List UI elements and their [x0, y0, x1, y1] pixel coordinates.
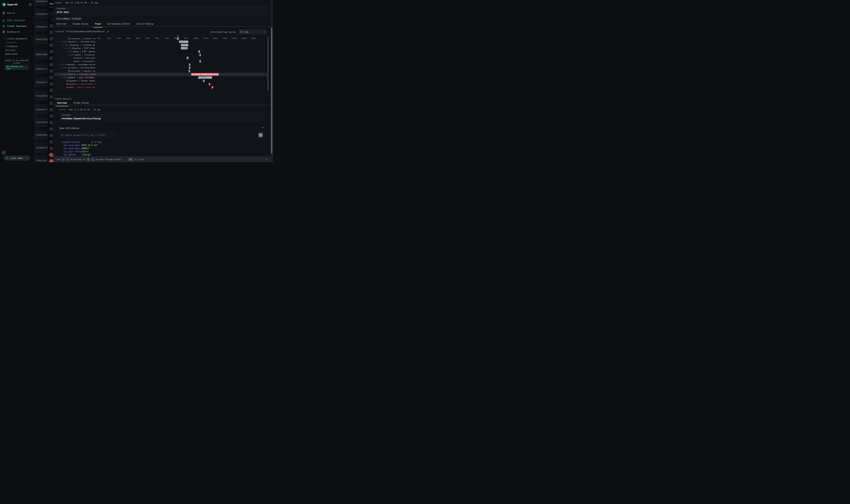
- trace-span-bar[interactable]: POST ht: [181, 47, 188, 50]
- tab-session-replay[interactable]: Session Replay: [137, 23, 153, 26]
- location-pin-icon[interactable]: [49, 101, 54, 106]
- session-card[interactable]: Anonymous: [34, 9, 48, 19]
- attribute-key[interactable]: rpc.grpc.status_code: [64, 150, 82, 153]
- trace-span-bar[interactable]: (: [203, 79, 204, 82]
- session-card[interactable]: Pearl43@ho: [34, 130, 48, 140]
- trace-row[interactable]: (1)quote | POST /getquote(: [54, 50, 267, 53]
- session-card[interactable]: Dolly.Lubo: [34, 155, 48, 162]
- trace-row[interactable]: currency | Convert convers…(: [54, 37, 267, 40]
- attribute-row[interactable]: net.sock.peer.addr"172.28.0.10": [60, 144, 264, 147]
- trace-row[interactable]: quote | calculate-quote(: [54, 60, 267, 63]
- location-pin-icon[interactable]: [49, 30, 54, 35]
- trace-row[interactable]: (3)payment | grpc.oteldemo.Paymen…grpc.o…: [54, 76, 267, 79]
- location-pin-icon[interactable]: [49, 62, 54, 67]
- session-card[interactable]: Kieran92@h: [34, 91, 48, 101]
- chevron-down-icon[interactable]: [63, 44, 64, 46]
- trace-row[interactable]: (2)quote | {closure}(: [54, 53, 267, 56]
- sidebar-item-search[interactable]: Search: [0, 10, 34, 16]
- location-pin-icon[interactable]: [49, 43, 54, 48]
- chevron-down-icon[interactable]: [67, 51, 68, 52]
- sidebar-item-clickhouse[interactable]: Clickhouse: [4, 44, 34, 48]
- chevron-down-icon[interactable]: [59, 64, 61, 65]
- waterfall-scrollbar-thumb[interactable]: [268, 37, 268, 91]
- trace-span-bar[interactable]: grpc.oteldemo.: [198, 76, 212, 79]
- trace-row[interactable]: currency | Convert convers…(: [54, 69, 267, 73]
- trace-row[interactable]: (1)checkout | oteldemo.CurrencySe…(: [54, 63, 267, 66]
- edit-icon[interactable]: [107, 31, 109, 33]
- trace-span-bar[interactable]: (: [188, 70, 190, 72]
- trace-span-bar[interactable]: E: [212, 86, 213, 89]
- trace-row[interactable]: payment | Charge request rec…(: [54, 79, 267, 83]
- attributes-root-row[interactable]: ▾ SpanAttributes {} 6 keys: [60, 141, 264, 144]
- attribute-row[interactable]: rpc.grpc.status_code"2": [60, 150, 264, 153]
- attribute-value[interactable]: "2": [82, 150, 85, 153]
- sidebar-item-kubernetes[interactable]: Kubernetes: [4, 52, 34, 56]
- trace-span-bar[interactable]: oteldemo.: [179, 40, 188, 43]
- tab-surrounding-context[interactable]: Surrounding Context: [107, 23, 130, 26]
- trace-span-bar[interactable]: (: [177, 37, 179, 40]
- location-pin-icon[interactable]: [49, 49, 54, 54]
- trace-span-bar[interactable]: (: [199, 54, 201, 56]
- sidebar-item-services[interactable]: Services: [4, 48, 34, 52]
- trace-row[interactable]: (1)checkout | oteldemo.PaymentServi…otel…: [54, 73, 267, 76]
- trace-span-bar[interactable]: (: [186, 57, 188, 59]
- session-card[interactable]: Roderick_S: [34, 64, 48, 74]
- trace-span-bar[interactable]: V: [209, 83, 211, 86]
- trace-row[interactable]: payment | Visa cache full: c…V: [54, 83, 267, 86]
- trace-span-bar[interactable]: oteldemo.PaymentService/Char: [191, 73, 219, 76]
- chevron-up-icon[interactable]: ˆ: [30, 31, 31, 33]
- trace-row[interactable]: (1)shipping | oteldemo.Shipping…oteldemo: [54, 43, 267, 47]
- location-pin-icon[interactable]: [49, 127, 54, 131]
- location-pin-icon[interactable]: [49, 88, 54, 93]
- get-started-button[interactable]: Get Started for Free: [6, 66, 28, 70]
- close-icon[interactable]: ✕: [266, 158, 267, 161]
- attribute-value[interactable]: "50051": [82, 147, 90, 150]
- attribute-key[interactable]: net.sock.peer.addr: [64, 144, 82, 146]
- attribute-value[interactable]: "172.28.0.10": [82, 144, 98, 146]
- location-pin-icon[interactable]: [49, 140, 54, 144]
- attribute-key[interactable]: rpc.method: [64, 154, 82, 156]
- chevron-down-icon[interactable]: [68, 54, 70, 55]
- page-scrollbar-thumb[interactable]: [271, 28, 272, 154]
- attributes-search-input[interactable]: [65, 134, 114, 137]
- tab-trace[interactable]: Trace: [95, 23, 101, 26]
- trace-row[interactable]: (1)shipping | POST http://quo…POST ht: [54, 47, 267, 50]
- tab-overview[interactable]: Overview: [56, 23, 66, 26]
- trace-row[interactable]: (1)currency | Currency/Convert(: [54, 66, 267, 69]
- location-pin-icon[interactable]: [49, 36, 54, 41]
- session-card[interactable]: Shaniya.Sc: [34, 77, 48, 87]
- location-pin-icon[interactable]: [49, 133, 54, 138]
- sidebar-item-dashboards[interactable]: Dashboards ˆ: [0, 29, 34, 35]
- location-pin-icon[interactable]: [49, 56, 54, 60]
- session-card[interactable]: Howard.Ru: [34, 104, 48, 114]
- local-mode-menu[interactable]: U Local mode ›: [4, 156, 30, 161]
- attribute-row[interactable]: net.sock.peer.port"50051": [60, 147, 264, 150]
- attribute-key[interactable]: net.sock.peer.port: [64, 147, 82, 150]
- attribute-value[interactable]: "Charge": [82, 154, 92, 156]
- session-card[interactable]: Walton9@ho: [34, 49, 48, 59]
- sidebar-item-chart-explorer[interactable]: Chart Explorer: [0, 17, 34, 23]
- session-card[interactable]: Anonymous: [34, 0, 48, 6]
- session-card[interactable]: Deion37@gm: [34, 34, 48, 44]
- service-name-chip[interactable]: ServiceName: frontend: [55, 17, 83, 21]
- location-pin-icon[interactable]: [49, 82, 54, 86]
- trace-span-bar[interactable]: (: [199, 60, 201, 62]
- location-pin-icon[interactable]: [49, 75, 54, 80]
- correlated-log-source-select[interactable]: Logs: [239, 30, 267, 34]
- sidebar-item-client-sessions[interactable]: Client Sessions: [0, 23, 34, 29]
- location-pin-icon[interactable]: [49, 23, 54, 28]
- collapse-section-icon[interactable]: [261, 127, 264, 128]
- location-pin-icon[interactable]: [49, 69, 54, 73]
- location-pin-icon[interactable]: [49, 107, 54, 112]
- trace-row[interactable]: payment | Error: Visa cache ful…E: [54, 86, 267, 89]
- chevron-down-icon[interactable]: [61, 67, 62, 68]
- sidebar-collapse-icon[interactable]: [29, 3, 32, 6]
- location-pin-icon[interactable]: [49, 114, 54, 119]
- presets-group-label[interactable]: ⌄PRESETS: [4, 41, 34, 44]
- location-pin-icon[interactable]: [49, 146, 54, 151]
- trace-span-bar[interactable]: (: [198, 50, 200, 53]
- trace-span-bar[interactable]: (: [189, 63, 191, 66]
- chevron-down-icon[interactable]: [61, 41, 62, 42]
- event-tab-overview[interactable]: Overview: [57, 102, 67, 105]
- terminal-icon[interactable]: [49, 159, 54, 162]
